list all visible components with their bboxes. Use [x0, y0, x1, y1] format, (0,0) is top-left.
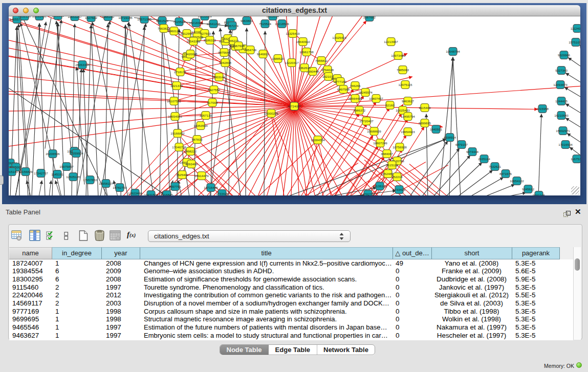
svg-text:9463627: 9463627: [402, 99, 415, 103]
svg-text:18807249: 18807249: [373, 141, 387, 145]
svg-text:14136141: 14136141: [373, 184, 387, 188]
svg-text:9474444: 9474444: [466, 150, 479, 154]
svg-text:8938914: 8938914: [444, 136, 456, 139]
svg-text:20691406: 20691406: [32, 16, 47, 18]
svg-text:62160: 62160: [385, 103, 395, 107]
svg-text:10025433: 10025433: [396, 108, 410, 112]
svg-text:7632621: 7632621: [489, 165, 502, 168]
svg-text:19654983: 19654983: [168, 115, 182, 118]
svg-text:15751074: 15751074: [569, 40, 580, 44]
svg-text:19975857: 19975857: [59, 165, 74, 168]
svg-text:16782759: 16782759: [113, 186, 127, 189]
svg-text:16914479: 16914479: [194, 174, 209, 178]
svg-text:10973493: 10973493: [391, 54, 405, 57]
svg-text:12505135: 12505135: [66, 175, 80, 179]
svg-text:1167534: 1167534: [571, 157, 580, 161]
svg-text:7357274: 7357274: [226, 24, 239, 28]
svg-text:9242848: 9242848: [219, 61, 232, 64]
svg-text:8813054: 8813054: [267, 16, 279, 18]
svg-text:16571355: 16571355: [137, 17, 151, 21]
svg-text:19384554: 19384554: [311, 138, 325, 142]
svg-text:17046738: 17046738: [172, 145, 186, 149]
svg-text:11124067: 11124067: [571, 27, 580, 30]
svg-text:9657791: 9657791: [169, 185, 182, 188]
svg-text:2935114: 2935114: [478, 157, 490, 161]
svg-text:10756928: 10756928: [393, 145, 407, 149]
svg-text:10719185: 10719185: [118, 16, 133, 19]
svg-text:817004: 817004: [207, 101, 218, 104]
svg-text:7515524: 7515524: [259, 22, 272, 26]
svg-text:13495794: 13495794: [401, 115, 415, 118]
svg-text:7803144: 7803144: [213, 75, 226, 79]
svg-text:11641206: 11641206: [206, 22, 221, 26]
svg-text:10654122: 10654122: [510, 179, 524, 183]
svg-text:19166852: 19166852: [170, 132, 185, 135]
svg-text:23420046: 23420046: [183, 52, 198, 56]
svg-text:2967608: 2967608: [232, 44, 245, 48]
svg-text:18300295: 18300295: [264, 112, 278, 115]
svg-text:8427552: 8427552: [208, 88, 221, 92]
svg-text:10431506: 10431506: [144, 193, 158, 195]
svg-text:9227343: 9227343: [555, 69, 568, 72]
svg-text:6699695: 6699695: [419, 121, 431, 125]
svg-text:15720407: 15720407: [359, 119, 374, 123]
svg-text:16640910: 16640910: [296, 40, 310, 43]
svg-text:17016504: 17016504: [558, 143, 573, 146]
svg-text:4093469: 4093469: [185, 162, 198, 166]
svg-text:38245574: 38245574: [358, 91, 373, 94]
svg-text:9245612: 9245612: [522, 187, 535, 191]
svg-text:13218506: 13218506: [275, 22, 289, 26]
svg-text:16961758: 16961758: [299, 50, 314, 54]
svg-text:9329966: 9329966: [558, 53, 571, 57]
svg-text:6966160: 6966160: [102, 16, 115, 18]
svg-text:9151506: 9151506: [52, 16, 64, 17]
svg-text:746266: 746266: [350, 84, 361, 87]
svg-text:3684067: 3684067: [381, 152, 394, 156]
svg-text:9146821: 9146821: [257, 52, 270, 56]
svg-text:7515524: 7515524: [173, 20, 186, 24]
svg-text:16210643: 16210643: [554, 114, 569, 117]
svg-text:18724007: 18724007: [287, 104, 301, 108]
svg-text:11325419: 11325419: [286, 32, 300, 35]
svg-text:7625402: 7625402: [176, 173, 189, 177]
svg-text:12975115: 12975115: [398, 83, 412, 86]
svg-text:6879197: 6879197: [455, 143, 468, 146]
svg-text:10958107: 10958107: [99, 182, 113, 185]
svg-text:7955812: 7955812: [315, 59, 328, 62]
svg-text:1640931: 1640931: [430, 127, 443, 131]
svg-text:13325419: 13325419: [332, 36, 346, 39]
svg-text:1527602: 1527602: [85, 16, 98, 19]
svg-text:2087682: 2087682: [363, 16, 376, 19]
svg-text:16107552: 16107552: [167, 99, 181, 103]
svg-text:10648784: 10648784: [446, 50, 460, 53]
svg-text:15692971: 15692971: [556, 129, 570, 133]
svg-text:887833: 887833: [192, 138, 203, 141]
svg-text:12213967: 12213967: [384, 40, 398, 43]
svg-text:9663801: 9663801: [241, 19, 253, 23]
svg-text:8960124: 8960124: [168, 29, 181, 33]
svg-text:1615112: 1615112: [386, 163, 398, 167]
svg-text:12923468: 12923468: [128, 191, 142, 195]
svg-text:17342757: 17342757: [34, 171, 48, 175]
svg-text:8454749: 8454749: [244, 48, 257, 52]
svg-text:3915141: 3915141: [9, 170, 18, 173]
svg-text:26053346: 26053346: [75, 63, 90, 67]
svg-text:252214: 252214: [392, 175, 403, 179]
svg-text:8186323: 8186323: [204, 38, 216, 42]
svg-text:3215958: 3215958: [536, 107, 549, 111]
svg-text:10688609: 10688609: [367, 129, 381, 133]
svg-text:14353594: 14353594: [193, 124, 208, 127]
svg-text:7485063: 7485063: [397, 68, 409, 72]
svg-text:10782759: 10782759: [361, 192, 375, 195]
svg-text:2718176: 2718176: [174, 70, 187, 74]
svg-text:1498222: 1498222: [184, 149, 197, 153]
svg-text:20564436: 20564436: [348, 97, 362, 100]
svg-text:3875645: 3875645: [218, 51, 231, 54]
svg-text:9794028: 9794028: [321, 68, 334, 72]
svg-text:20206506: 20206506: [46, 152, 60, 156]
svg-text:19654923: 19654923: [401, 130, 415, 134]
svg-text:3267130: 3267130: [200, 114, 212, 117]
svg-text:1733426: 1733426: [216, 192, 229, 195]
svg-text:12093873: 12093873: [553, 83, 568, 86]
svg-text:1588520: 1588520: [272, 57, 285, 60]
